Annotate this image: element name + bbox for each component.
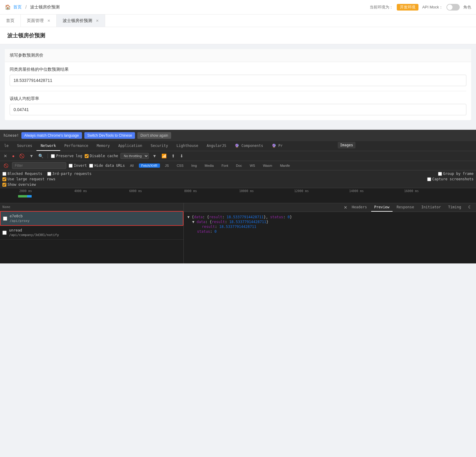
group-by-frame-checkbox[interactable] — [438, 172, 442, 176]
show-overview-label[interactable]: Show overview — [2, 182, 36, 187]
np-tab-c[interactable]: C — [465, 203, 474, 212]
blocked-requests-checkbox[interactable] — [2, 172, 6, 176]
capture-screenshots-label[interactable]: Capture screenshots — [427, 177, 474, 181]
lang-bar: hinese! Always match Chrome's language S… — [0, 130, 476, 141]
timeline-ruler: 2000 ms 4000 ms 6000 ms 8000 ms 10000 ms… — [0, 189, 476, 193]
main-content: 填写参数预测房价 同类房屋价格的中位数预测结果 18.5337791442871… — [0, 44, 476, 130]
tab-page-management-close[interactable]: ✕ — [47, 19, 50, 23]
dt-tab-security[interactable]: Security — [146, 141, 172, 151]
mark-8000: 8000 ms — [183, 189, 238, 193]
opt-row1: Blocked Requests 3rd-party requests Imag… — [2, 172, 474, 176]
preview-close-btn[interactable]: ✕ — [344, 205, 347, 210]
filter-fetch-xhr[interactable]: Fetch/XHR — [139, 163, 160, 168]
show-overview-checkbox[interactable] — [2, 183, 6, 187]
dt-tab-angularjs[interactable]: AngularJS — [202, 141, 230, 151]
hide-data-urls-checkbox[interactable] — [89, 164, 93, 168]
upload-icon[interactable]: ⬆ — [170, 153, 176, 159]
right-options: Images Group by frame — [438, 172, 474, 176]
throttle-select[interactable]: No throttling — [121, 153, 149, 159]
tab-boston-close[interactable]: ✕ — [96, 19, 99, 23]
preserve-log-checkbox[interactable] — [51, 154, 55, 158]
dt-tab-pr[interactable]: 🔮 Pr — [268, 141, 287, 151]
net-preview-tabs: ✕ Headers Preview Response Initiator Tim… — [184, 203, 476, 212]
net-req-id-1: e7e0cb — [10, 214, 180, 218]
hide-data-urls-label[interactable]: Hide data URLs — [89, 163, 125, 168]
third-party-label[interactable]: 3rd-party requests — [47, 172, 92, 176]
disable-cache-checkbox[interactable] — [85, 154, 89, 158]
filter-img[interactable]: Img — [189, 163, 199, 168]
dt-tab-memory[interactable]: Memory — [92, 141, 114, 151]
breadcrumb-separator: / — [25, 5, 27, 10]
mark-14000: 14000 ms — [348, 189, 403, 193]
filter-all[interactable]: All — [127, 163, 136, 168]
disable-cache-label[interactable]: Disable cache — [85, 154, 118, 158]
field2-label: 该镇人均犯罪率 — [10, 96, 466, 101]
invert-checkbox[interactable] — [69, 164, 73, 168]
net-name-col-1: e7e0cb /api/proxy — [10, 214, 180, 223]
capture-screenshots-checkbox[interactable] — [427, 177, 431, 181]
btn-dont-show[interactable]: Don't show again — [137, 132, 171, 139]
filter-js[interactable]: JS — [162, 163, 172, 168]
mark-16000: 16000 ms — [403, 189, 458, 193]
np-tab-initiator[interactable]: Initiator — [418, 203, 444, 212]
dt-net-list: Name e7e0cb /api/proxy unread /api/compa… — [0, 203, 184, 263]
tab-bar: 首页 页面管理 ✕ 波士顿房价预测 ✕ — [0, 14, 476, 27]
np-tab-response[interactable]: Response — [394, 203, 417, 212]
dt-tab-components[interactable]: 🔮 Components — [230, 141, 267, 151]
timeline-bar-area — [0, 193, 476, 202]
api-mock-toggle[interactable] — [446, 4, 460, 11]
record-btn[interactable]: ● — [11, 153, 16, 159]
np-tab-headers[interactable]: Headers — [349, 203, 370, 212]
field1-label: 同类房屋价格的中位数预测结果 — [10, 67, 466, 72]
blocked-requests-label[interactable]: Blocked Requests — [2, 172, 42, 176]
filter-css[interactable]: CSS — [174, 163, 186, 168]
stop-btn[interactable]: 🚫 — [18, 153, 26, 159]
filter-font[interactable]: Font — [219, 163, 231, 168]
throttle-dropdown[interactable]: ▼ — [151, 153, 158, 159]
disable-cache-text: Disable cache — [90, 154, 118, 158]
tab-home[interactable]: 首页 — [0, 14, 21, 27]
net-row-checkbox-1[interactable] — [3, 216, 7, 221]
breadcrumb-current: 波士顿房价预测 — [30, 5, 60, 10]
btn-always-match[interactable]: Always match Chrome's language — [21, 132, 82, 139]
filter-input[interactable] — [12, 162, 66, 169]
dt-tab-le[interactable]: le — [0, 141, 13, 151]
tab-page-management-label: 页面管理 — [27, 18, 44, 23]
tbar-green — [18, 195, 27, 197]
breadcrumb-home[interactable]: 首页 — [13, 5, 22, 10]
np-tab-timing[interactable]: Timing — [445, 203, 464, 212]
large-rows-label[interactable]: Use large request rows — [2, 177, 55, 181]
third-party-checkbox[interactable] — [47, 172, 51, 176]
close-devtools-btn[interactable]: ✕ — [2, 153, 8, 159]
dt-tab-network[interactable]: Network — [36, 141, 60, 151]
dt-toolbar: ✕ ● 🚫 ▼ 🔍 Preserve log Disable cache No … — [0, 151, 476, 161]
tab-boston[interactable]: 波士顿房价预测 ✕ — [57, 14, 105, 27]
filter-icon[interactable]: ▼ — [28, 153, 35, 159]
net-row-checkbox-2[interactable] — [2, 231, 7, 235]
net-req-path-1: /api/proxy — [10, 219, 180, 223]
filter-ws[interactable]: WS — [247, 163, 258, 168]
filter-manife[interactable]: Manife — [277, 163, 293, 168]
filter-wasm[interactable]: Wasm — [260, 163, 275, 168]
dt-tab-lighthouse[interactable]: Lighthouse — [172, 141, 202, 151]
triangle2[interactable]: ▼ — [192, 220, 194, 224]
invert-label[interactable]: Invert — [69, 163, 87, 168]
triangle1[interactable]: ▼ — [187, 215, 189, 219]
download-icon[interactable]: ⬇ — [179, 153, 185, 159]
net-row-e7e0cb[interactable]: e7e0cb /api/proxy — [0, 211, 183, 226]
filter-doc[interactable]: Doc — [233, 163, 245, 168]
net-row-unread[interactable]: unread /api/company/3d301/notify — [0, 226, 183, 240]
np-tab-preview[interactable]: Preview — [371, 203, 393, 212]
dt-tab-application[interactable]: Application — [114, 141, 146, 151]
tab-page-management[interactable]: 页面管理 ✕ — [21, 14, 57, 27]
dt-tab-performance[interactable]: Performance — [60, 141, 92, 151]
filter-media[interactable]: Media — [202, 163, 216, 168]
tab-boston-label: 波士顿房价预测 — [63, 18, 92, 23]
dt-option-rows: Blocked Requests 3rd-party requests Imag… — [0, 170, 476, 188]
large-rows-checkbox[interactable] — [2, 177, 6, 181]
search-btn[interactable]: 🔍 — [37, 153, 45, 159]
dt-tab-sources[interactable]: Sources — [13, 141, 36, 151]
btn-switch-chinese[interactable]: Switch DevTools to Chinese — [84, 132, 135, 139]
group-by-frame-label[interactable]: Group by frame — [438, 172, 474, 176]
preserve-log-label[interactable]: Preserve log — [51, 154, 82, 158]
